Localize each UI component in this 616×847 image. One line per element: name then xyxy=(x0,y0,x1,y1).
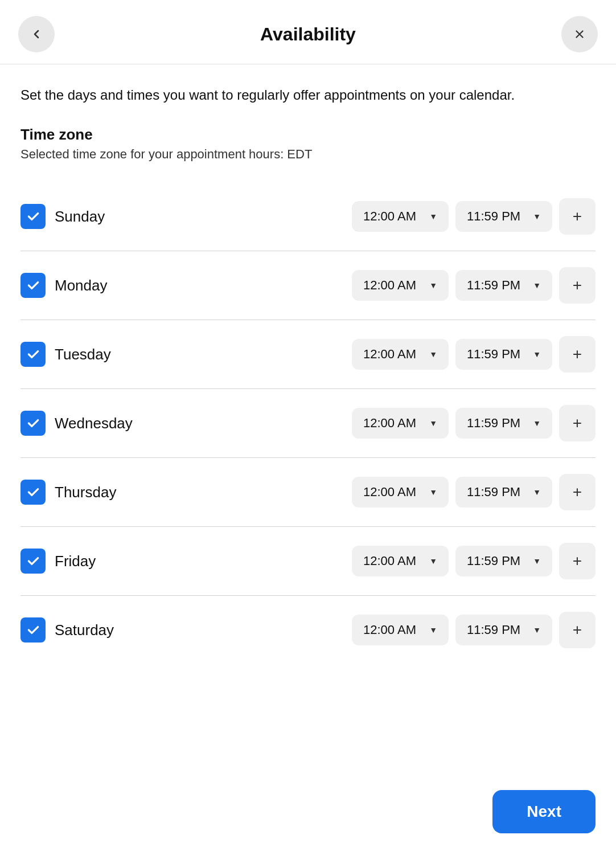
check-icon xyxy=(26,416,40,431)
end-time-sunday[interactable]: 11:59 PM ▼ xyxy=(455,201,552,232)
start-time-dropdown-arrow: ▼ xyxy=(429,488,437,497)
start-time-monday[interactable]: 12:00 AM ▼ xyxy=(352,270,449,301)
start-time-dropdown-arrow: ▼ xyxy=(429,419,437,428)
end-time-dropdown-arrow: ▼ xyxy=(533,350,541,359)
end-time-dropdown-arrow: ▼ xyxy=(533,281,541,290)
day-checkbox-thursday[interactable] xyxy=(20,480,46,505)
start-time-sunday[interactable]: 12:00 AM ▼ xyxy=(352,201,449,232)
day-row: Thursday 12:00 AM ▼ 11:59 PM ▼ + xyxy=(20,458,596,527)
day-label-sunday: Sunday xyxy=(55,208,343,226)
start-time-saturday[interactable]: 12:00 AM ▼ xyxy=(352,615,449,645)
day-checkbox-sunday[interactable] xyxy=(20,204,46,229)
timezone-subtitle: Selected time zone for your appointment … xyxy=(20,147,596,162)
end-time-dropdown-arrow: ▼ xyxy=(533,488,541,497)
description-text: Set the days and times you want to regul… xyxy=(20,85,596,105)
time-controls-sunday: 12:00 AM ▼ 11:59 PM ▼ + xyxy=(352,198,596,235)
day-label-friday: Friday xyxy=(55,553,343,570)
add-time-slot-wednesday[interactable]: + xyxy=(559,405,596,441)
check-icon xyxy=(26,209,40,224)
plus-icon: + xyxy=(573,483,582,501)
close-icon xyxy=(573,28,586,40)
day-label-thursday: Thursday xyxy=(55,484,343,501)
end-time-wednesday[interactable]: 11:59 PM ▼ xyxy=(455,408,552,439)
timezone-section: Time zone Selected time zone for your ap… xyxy=(20,126,596,162)
end-time-tuesday[interactable]: 11:59 PM ▼ xyxy=(455,339,552,370)
back-button[interactable] xyxy=(18,16,55,52)
day-checkbox-wednesday[interactable] xyxy=(20,411,46,436)
timezone-title: Time zone xyxy=(20,126,596,144)
day-row: Friday 12:00 AM ▼ 11:59 PM ▼ + xyxy=(20,527,596,596)
check-icon xyxy=(26,278,40,293)
end-time-dropdown-arrow: ▼ xyxy=(533,212,541,221)
end-time-monday[interactable]: 11:59 PM ▼ xyxy=(455,270,552,301)
back-icon xyxy=(30,27,43,41)
plus-icon: + xyxy=(573,276,582,294)
start-time-thursday[interactable]: 12:00 AM ▼ xyxy=(352,477,449,508)
main-content: Set the days and times you want to regul… xyxy=(0,64,616,733)
day-row: Saturday 12:00 AM ▼ 11:59 PM ▼ + xyxy=(20,596,596,664)
start-time-dropdown-arrow: ▼ xyxy=(429,350,437,359)
end-time-friday[interactable]: 11:59 PM ▼ xyxy=(455,546,552,576)
add-time-slot-sunday[interactable]: + xyxy=(559,198,596,235)
start-time-tuesday[interactable]: 12:00 AM ▼ xyxy=(352,339,449,370)
add-time-slot-friday[interactable]: + xyxy=(559,543,596,579)
start-time-friday[interactable]: 12:00 AM ▼ xyxy=(352,546,449,576)
plus-icon: + xyxy=(573,552,582,570)
day-checkbox-monday[interactable] xyxy=(20,273,46,298)
time-controls-thursday: 12:00 AM ▼ 11:59 PM ▼ + xyxy=(352,474,596,510)
day-row: Sunday 12:00 AM ▼ 11:59 PM ▼ + xyxy=(20,182,596,251)
page-title: Availability xyxy=(55,24,561,45)
end-time-dropdown-arrow: ▼ xyxy=(533,625,541,635)
close-button[interactable] xyxy=(561,16,598,52)
check-icon xyxy=(26,623,40,637)
day-row: Wednesday 12:00 AM ▼ 11:59 PM ▼ + xyxy=(20,389,596,458)
end-time-dropdown-arrow: ▼ xyxy=(533,419,541,428)
day-label-saturday: Saturday xyxy=(55,621,343,639)
header: Availability xyxy=(0,0,616,64)
day-checkbox-friday[interactable] xyxy=(20,549,46,574)
add-time-slot-tuesday[interactable]: + xyxy=(559,336,596,373)
day-label-tuesday: Tuesday xyxy=(55,346,343,363)
plus-icon: + xyxy=(573,621,582,639)
days-list: Sunday 12:00 AM ▼ 11:59 PM ▼ + xyxy=(20,182,596,664)
time-controls-wednesday: 12:00 AM ▼ 11:59 PM ▼ + xyxy=(352,405,596,441)
plus-icon: + xyxy=(573,414,582,432)
start-time-dropdown-arrow: ▼ xyxy=(429,281,437,290)
next-button[interactable]: Next xyxy=(492,790,596,833)
add-time-slot-saturday[interactable]: + xyxy=(559,612,596,648)
time-controls-friday: 12:00 AM ▼ 11:59 PM ▼ + xyxy=(352,543,596,579)
day-label-monday: Monday xyxy=(55,277,343,294)
footer: Next xyxy=(0,776,616,847)
day-checkbox-tuesday[interactable] xyxy=(20,342,46,367)
page-container: Availability Set the days and times you … xyxy=(0,0,616,733)
start-time-dropdown-arrow: ▼ xyxy=(429,625,437,635)
plus-icon: + xyxy=(573,207,582,226)
check-icon xyxy=(26,485,40,500)
start-time-wednesday[interactable]: 12:00 AM ▼ xyxy=(352,408,449,439)
day-checkbox-saturday[interactable] xyxy=(20,617,46,643)
day-label-wednesday: Wednesday xyxy=(55,415,343,432)
start-time-dropdown-arrow: ▼ xyxy=(429,212,437,221)
add-time-slot-monday[interactable]: + xyxy=(559,267,596,304)
day-row: Monday 12:00 AM ▼ 11:59 PM ▼ + xyxy=(20,251,596,320)
end-time-saturday[interactable]: 11:59 PM ▼ xyxy=(455,615,552,645)
end-time-dropdown-arrow: ▼ xyxy=(533,557,541,566)
plus-icon: + xyxy=(573,345,582,363)
time-controls-monday: 12:00 AM ▼ 11:59 PM ▼ + xyxy=(352,267,596,304)
check-icon xyxy=(26,347,40,362)
check-icon xyxy=(26,554,40,568)
time-controls-tuesday: 12:00 AM ▼ 11:59 PM ▼ + xyxy=(352,336,596,373)
start-time-dropdown-arrow: ▼ xyxy=(429,557,437,566)
day-row: Tuesday 12:00 AM ▼ 11:59 PM ▼ + xyxy=(20,320,596,389)
end-time-thursday[interactable]: 11:59 PM ▼ xyxy=(455,477,552,508)
add-time-slot-thursday[interactable]: + xyxy=(559,474,596,510)
time-controls-saturday: 12:00 AM ▼ 11:59 PM ▼ + xyxy=(352,612,596,648)
